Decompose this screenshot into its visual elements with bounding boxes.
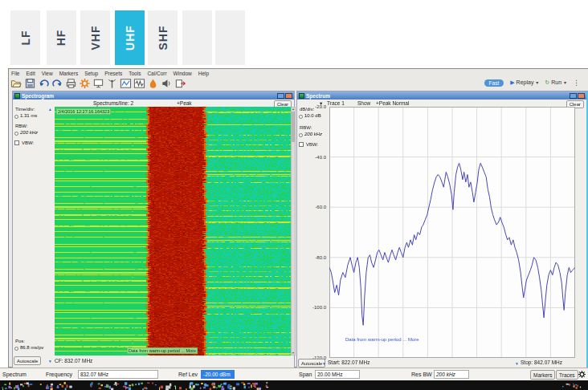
band-tab-vhf[interactable]: VHF	[80, 10, 110, 65]
fast-button[interactable]: Fast	[484, 79, 504, 87]
mode-label: Spectrum	[2, 372, 27, 377]
rbw-label: RBW:	[300, 125, 312, 130]
start-marker-icon[interactable]: ▼	[322, 361, 326, 366]
span-input[interactable]: 20.00 MHz	[315, 370, 360, 379]
y-axis-label: -80.0	[297, 255, 326, 260]
export-icon[interactable]	[174, 77, 186, 90]
stop-marker-icon[interactable]: ▼	[515, 361, 519, 366]
settings-gear-icon[interactable]	[79, 77, 91, 90]
ref-lev-input[interactable]: -20.00 dBm	[201, 370, 235, 379]
detector-label[interactable]: +Peak	[177, 100, 192, 106]
trace-math-icon[interactable]	[120, 77, 132, 90]
menu-bar: FileEditViewMarkersSetupPresetsToolsCal/…	[11, 69, 209, 77]
scroll-up-icon[interactable]: ▲	[292, 108, 295, 111]
pos-value[interactable]: 86.8 ms/pv	[20, 345, 43, 350]
menu-item-setup[interactable]: Setup	[84, 71, 98, 76]
replay-icon: ▶	[510, 79, 514, 85]
menu-item-file[interactable]: File	[11, 71, 19, 76]
spectrogram-title: Spectrogram	[22, 93, 54, 99]
chevron-down-icon: ▾	[564, 80, 566, 85]
overflow-menu-button[interactable]: ⋮	[573, 79, 580, 87]
detector-label[interactable]: +Peak Normal	[376, 100, 409, 106]
band-tab-shf[interactable]: SHF	[148, 10, 178, 65]
chevron-down-icon: ▾	[536, 80, 538, 85]
window-buttons	[277, 93, 292, 99]
menu-item-help[interactable]: Help	[198, 71, 209, 76]
display-icon[interactable]	[92, 77, 104, 90]
taskbar-strip[interactable]	[0, 380, 588, 390]
res-bw-label: Res BW	[411, 372, 432, 377]
scroll-down-icon[interactable]: ▼	[292, 351, 295, 355]
res-bw-input[interactable]: 200 kHz	[434, 370, 469, 379]
trace-selector[interactable]: Trace 1	[327, 100, 345, 106]
band-tab-lf[interactable]: LF	[10, 10, 40, 65]
pos-label: Pos:	[15, 339, 25, 343]
signal-antenna-icon[interactable]	[106, 77, 118, 90]
run-button[interactable]: ↻ Run ▾	[545, 79, 566, 86]
span-label: Span	[299, 372, 312, 377]
spectrum-warmup-message: Data from warm-up period ... More	[345, 337, 419, 342]
settings-gear-icon[interactable]	[578, 370, 586, 380]
toolbar: Fast ▶ Replay ▾ ↻ Run ▾ ⋮	[9, 77, 588, 91]
save-icon[interactable]	[24, 77, 36, 90]
restore-button[interactable]	[277, 93, 284, 99]
spectrogram-scrollbar[interactable]: ▲ ▼	[291, 107, 296, 355]
restore-button[interactable]	[570, 93, 577, 99]
db-div-value[interactable]: 10.0 dB	[304, 113, 321, 118]
radio-icon[interactable]	[14, 132, 18, 136]
band-tab-uhf[interactable]: UHF	[115, 10, 145, 65]
redo-icon[interactable]	[51, 77, 63, 90]
open-icon[interactable]	[10, 77, 22, 90]
y-axis-label: -100.0	[297, 305, 326, 310]
trace-wave-icon[interactable]	[133, 77, 145, 90]
vbw-checkbox[interactable]	[14, 140, 19, 145]
rbw-value[interactable]: 200 kHz	[20, 130, 38, 135]
run-label: Run	[551, 79, 561, 85]
rbw-label: RBW:	[15, 124, 28, 128]
menu-item-view[interactable]: View	[42, 71, 53, 76]
close-button[interactable]	[578, 93, 585, 99]
stop-value: 842.07 MHz	[534, 360, 562, 365]
scrollbar-thumb[interactable]	[292, 112, 295, 142]
start-readout: Start: 822.07 MHz	[328, 360, 370, 365]
band-tab-empty-5[interactable]	[182, 10, 212, 65]
print-icon[interactable]	[65, 77, 77, 90]
menu-item-presets[interactable]: Presets	[104, 71, 122, 76]
spectrogram-panel: Spectrogram Spectrums/line: 2 +Peak Clea…	[12, 91, 295, 368]
markers-button[interactable]: Markers	[530, 370, 555, 380]
vbw-checkbox[interactable]	[299, 142, 304, 147]
rbw-value[interactable]: 200 kHz	[304, 132, 322, 136]
audio-speaker-icon[interactable]	[161, 77, 173, 90]
frequency-input[interactable]: 832.07 MHz	[78, 370, 158, 379]
spectrum-titlebar[interactable]: Spectrum	[297, 91, 586, 100]
menu-item-window[interactable]: Window	[174, 71, 192, 76]
spectrogram-titlebar[interactable]: Spectrogram	[13, 91, 294, 100]
radio-icon[interactable]	[14, 347, 18, 351]
menu-item-tools[interactable]: Tools	[129, 71, 141, 76]
close-button[interactable]	[285, 93, 292, 99]
cf-marker-icon[interactable]: ▼	[48, 359, 52, 364]
radio-icon[interactable]	[299, 133, 303, 137]
band-tab-label: HF	[55, 30, 67, 47]
status-bar: Spectrum Frequency 832.07 MHz Ref Lev -2…	[0, 368, 588, 380]
replay-button[interactable]: ▶ Replay ▾	[510, 79, 538, 86]
menu-item-markers[interactable]: Markers	[59, 71, 78, 76]
ink-droplet-icon[interactable]	[147, 77, 159, 90]
screen: LFHFVHFUHFSHF FileEditViewMarkersSetupPr…	[0, 0, 588, 390]
band-tab-empty-6[interactable]	[215, 10, 245, 65]
spectrum-plot[interactable]: Data from warm-up period ... More	[329, 107, 575, 358]
undo-icon[interactable]	[38, 77, 50, 90]
spectrogram-display[interactable]	[55, 107, 291, 355]
radio-icon[interactable]	[299, 115, 303, 119]
time-div-value[interactable]: 1.31 ms	[20, 113, 37, 118]
band-tab-hf[interactable]: HF	[47, 10, 76, 65]
scroll-top-marker-icon[interactable]: ▲	[48, 107, 52, 112]
menu-item-cal-corr[interactable]: Cal/Corr	[147, 71, 166, 76]
spectrums-per-line[interactable]: Spectrums/line: 2	[93, 100, 133, 106]
autoscale-button[interactable]: Autoscale	[14, 356, 41, 365]
spectrum-title: Spectrum	[306, 93, 330, 99]
traces-button[interactable]: Traces	[556, 370, 578, 380]
radio-icon[interactable]	[14, 115, 18, 119]
band-tab-label: VHF	[89, 26, 102, 51]
menu-item-edit[interactable]: Edit	[26, 71, 35, 76]
